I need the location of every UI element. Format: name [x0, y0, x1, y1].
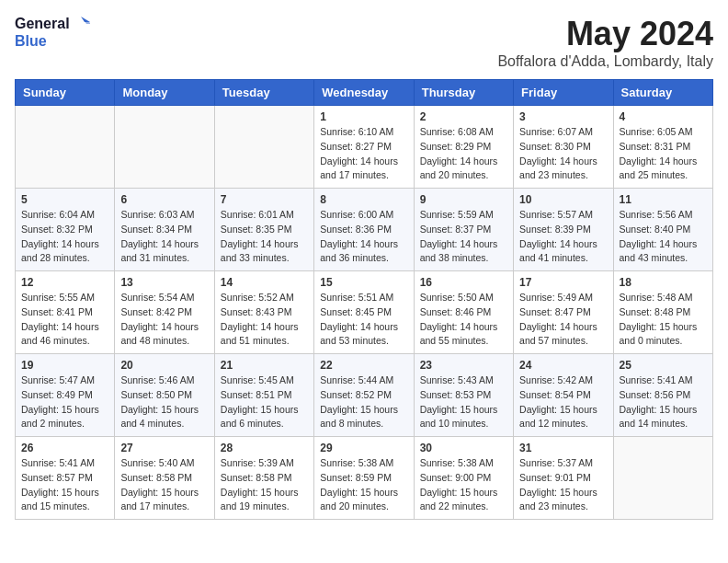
calendar-week-row: 26Sunrise: 5:41 AM Sunset: 8:57 PM Dayli… [16, 437, 713, 520]
day-info: Sunrise: 5:55 AM Sunset: 8:41 PM Dayligh… [21, 291, 108, 349]
calendar-day-1: 1Sunrise: 6:10 AM Sunset: 8:27 PM Daylig… [314, 106, 414, 189]
calendar-empty-cell [115, 106, 214, 189]
day-number: 2 [420, 110, 507, 123]
page-header: General Blue May 2024 Boffalora d'Adda, … [15, 15, 713, 70]
calendar-day-15: 15Sunrise: 5:51 AM Sunset: 8:45 PM Dayli… [314, 271, 414, 354]
calendar-empty-cell [16, 106, 115, 189]
day-info: Sunrise: 6:03 AM Sunset: 8:34 PM Dayligh… [120, 208, 208, 266]
logo-blue: Blue [15, 33, 47, 50]
day-info: Sunrise: 5:56 AM Sunset: 8:40 PM Dayligh… [620, 208, 707, 266]
day-number: 22 [320, 359, 407, 372]
calendar-day-29: 29Sunrise: 5:38 AM Sunset: 8:59 PM Dayli… [314, 437, 414, 520]
calendar-day-21: 21Sunrise: 5:45 AM Sunset: 8:51 PM Dayli… [214, 354, 313, 437]
logo-general: General [15, 16, 70, 32]
calendar-week-row: 19Sunrise: 5:47 AM Sunset: 8:49 PM Dayli… [16, 354, 713, 437]
day-info: Sunrise: 5:52 AM Sunset: 8:43 PM Dayligh… [221, 291, 308, 349]
calendar-day-8: 8Sunrise: 6:00 AM Sunset: 8:36 PM Daylig… [314, 189, 414, 271]
day-number: 10 [519, 193, 607, 206]
calendar-day-13: 13Sunrise: 5:54 AM Sunset: 8:42 PM Dayli… [115, 271, 214, 354]
calendar-week-row: 1Sunrise: 6:10 AM Sunset: 8:27 PM Daylig… [16, 106, 713, 189]
day-number: 4 [620, 110, 707, 123]
day-info: Sunrise: 5:44 AM Sunset: 8:52 PM Dayligh… [320, 373, 407, 431]
day-info: Sunrise: 5:48 AM Sunset: 8:48 PM Dayligh… [620, 291, 707, 349]
day-info: Sunrise: 5:38 AM Sunset: 9:00 PM Dayligh… [420, 456, 507, 514]
day-info: Sunrise: 5:41 AM Sunset: 8:57 PM Dayligh… [21, 456, 108, 514]
weekday-header-monday: Monday [115, 80, 214, 106]
calendar-day-5: 5Sunrise: 6:04 AM Sunset: 8:32 PM Daylig… [16, 189, 115, 271]
day-number: 8 [320, 193, 407, 206]
day-info: Sunrise: 5:38 AM Sunset: 8:59 PM Dayligh… [320, 456, 407, 514]
calendar-day-9: 9Sunrise: 5:59 AM Sunset: 8:37 PM Daylig… [414, 189, 513, 271]
day-info: Sunrise: 5:50 AM Sunset: 8:46 PM Dayligh… [420, 291, 507, 349]
day-info: Sunrise: 5:46 AM Sunset: 8:50 PM Dayligh… [120, 373, 208, 431]
weekday-header-wednesday: Wednesday [314, 80, 414, 106]
calendar-day-16: 16Sunrise: 5:50 AM Sunset: 8:46 PM Dayli… [414, 271, 513, 354]
calendar-day-25: 25Sunrise: 5:41 AM Sunset: 8:56 PM Dayli… [613, 354, 712, 437]
day-number: 27 [120, 442, 208, 454]
day-number: 21 [221, 359, 308, 372]
day-number: 28 [221, 442, 308, 454]
day-number: 12 [21, 276, 108, 289]
calendar-day-22: 22Sunrise: 5:44 AM Sunset: 8:52 PM Dayli… [314, 354, 414, 437]
day-number: 29 [320, 442, 407, 454]
month-title: May 2024 [497, 15, 713, 53]
day-info: Sunrise: 5:45 AM Sunset: 8:51 PM Dayligh… [221, 373, 308, 431]
calendar-day-17: 17Sunrise: 5:49 AM Sunset: 8:47 PM Dayli… [514, 271, 613, 354]
day-number: 30 [420, 442, 507, 454]
svg-marker-1 [83, 18, 90, 24]
calendar-day-7: 7Sunrise: 6:01 AM Sunset: 8:35 PM Daylig… [214, 189, 313, 271]
day-info: Sunrise: 6:05 AM Sunset: 8:31 PM Dayligh… [620, 125, 707, 183]
day-info: Sunrise: 6:01 AM Sunset: 8:35 PM Dayligh… [221, 208, 308, 266]
day-number: 5 [21, 193, 108, 206]
calendar-day-26: 26Sunrise: 5:41 AM Sunset: 8:57 PM Dayli… [16, 437, 115, 520]
day-number: 20 [120, 359, 208, 372]
calendar-empty-cell [214, 106, 313, 189]
day-number: 16 [420, 276, 507, 289]
calendar-day-4: 4Sunrise: 6:05 AM Sunset: 8:31 PM Daylig… [613, 106, 712, 189]
day-number: 19 [21, 359, 108, 372]
day-number: 6 [120, 193, 208, 206]
location-title: Boffalora d'Adda, Lombardy, Italy [497, 53, 713, 70]
day-number: 11 [620, 193, 707, 206]
day-number: 1 [320, 110, 407, 123]
day-number: 24 [519, 359, 607, 372]
day-number: 13 [120, 276, 208, 289]
day-info: Sunrise: 5:41 AM Sunset: 8:56 PM Dayligh… [620, 373, 707, 431]
calendar-day-30: 30Sunrise: 5:38 AM Sunset: 9:00 PM Dayli… [414, 437, 513, 520]
calendar-day-14: 14Sunrise: 5:52 AM Sunset: 8:43 PM Dayli… [214, 271, 313, 354]
calendar-week-row: 5Sunrise: 6:04 AM Sunset: 8:32 PM Daylig… [16, 189, 713, 271]
day-info: Sunrise: 6:07 AM Sunset: 8:30 PM Dayligh… [519, 125, 607, 183]
calendar-day-18: 18Sunrise: 5:48 AM Sunset: 8:48 PM Dayli… [613, 271, 712, 354]
logo-bird-icon [72, 15, 90, 33]
calendar-week-row: 12Sunrise: 5:55 AM Sunset: 8:41 PM Dayli… [16, 271, 713, 354]
calendar-day-10: 10Sunrise: 5:57 AM Sunset: 8:39 PM Dayli… [514, 189, 613, 271]
calendar-day-27: 27Sunrise: 5:40 AM Sunset: 8:58 PM Dayli… [115, 437, 214, 520]
calendar-day-28: 28Sunrise: 5:39 AM Sunset: 8:58 PM Dayli… [214, 437, 313, 520]
day-number: 14 [221, 276, 308, 289]
calendar-empty-cell [613, 437, 712, 520]
weekday-header-row: SundayMondayTuesdayWednesdayThursdayFrid… [16, 80, 713, 106]
day-info: Sunrise: 6:04 AM Sunset: 8:32 PM Dayligh… [21, 208, 108, 266]
calendar-day-6: 6Sunrise: 6:03 AM Sunset: 8:34 PM Daylig… [115, 189, 214, 271]
day-number: 31 [519, 442, 607, 454]
day-info: Sunrise: 5:43 AM Sunset: 8:53 PM Dayligh… [420, 373, 507, 431]
weekday-header-saturday: Saturday [613, 80, 712, 106]
day-info: Sunrise: 5:37 AM Sunset: 9:01 PM Dayligh… [519, 456, 607, 514]
day-number: 26 [21, 442, 108, 454]
day-info: Sunrise: 5:59 AM Sunset: 8:37 PM Dayligh… [420, 208, 507, 266]
day-info: Sunrise: 5:49 AM Sunset: 8:47 PM Dayligh… [519, 291, 607, 349]
weekday-header-sunday: Sunday [16, 80, 115, 106]
calendar-day-31: 31Sunrise: 5:37 AM Sunset: 9:01 PM Dayli… [514, 437, 613, 520]
day-info: Sunrise: 5:51 AM Sunset: 8:45 PM Dayligh… [320, 291, 407, 349]
weekday-header-friday: Friday [514, 80, 613, 106]
calendar-day-11: 11Sunrise: 5:56 AM Sunset: 8:40 PM Dayli… [613, 189, 712, 271]
calendar-day-2: 2Sunrise: 6:08 AM Sunset: 8:29 PM Daylig… [414, 106, 513, 189]
day-info: Sunrise: 5:47 AM Sunset: 8:49 PM Dayligh… [21, 373, 108, 431]
day-info: Sunrise: 5:42 AM Sunset: 8:54 PM Dayligh… [519, 373, 607, 431]
day-number: 18 [620, 276, 707, 289]
day-info: Sunrise: 5:54 AM Sunset: 8:42 PM Dayligh… [120, 291, 208, 349]
day-number: 15 [320, 276, 407, 289]
title-block: May 2024 Boffalora d'Adda, Lombardy, Ita… [497, 15, 713, 70]
day-number: 3 [519, 110, 607, 123]
day-number: 25 [620, 359, 707, 372]
